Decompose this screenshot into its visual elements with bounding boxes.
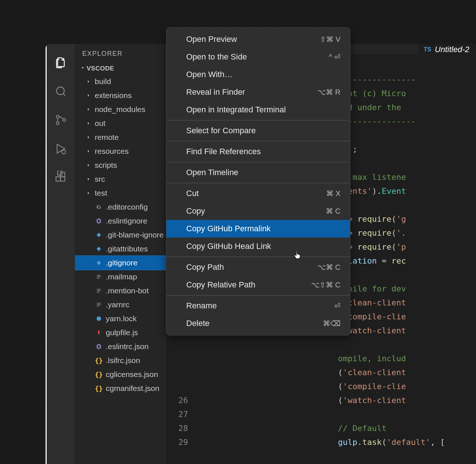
svg-point-0 (57, 87, 64, 95)
menu-item[interactable]: Open in Integrated Terminal (166, 101, 350, 119)
search-activity-icon[interactable] (46, 77, 76, 106)
folder-item[interactable]: out (75, 116, 166, 130)
svg-point-4 (62, 150, 66, 154)
file-type-icon (95, 343, 103, 350)
svg-rect-7 (60, 173, 65, 177)
file-item[interactable]: {}.lsifrc.json (75, 354, 166, 367)
chevron-right-icon (85, 107, 92, 112)
source-control-activity-icon[interactable] (46, 106, 76, 134)
menu-item[interactable]: Delete⌘⌫ (166, 315, 350, 332)
chevron-right-icon (85, 79, 92, 84)
menu-item[interactable]: Open Timeline (166, 164, 350, 181)
sidebar-title: EXPLORER (75, 44, 166, 63)
menu-shortcut: ⌥⌘ R (317, 88, 340, 97)
menu-shortcut: ⌘⌫ (323, 319, 340, 328)
menu-item[interactable]: Find File References (166, 143, 350, 160)
file-item[interactable]: .gitattributes (75, 242, 166, 256)
menu-label: Copy Path (186, 262, 224, 272)
file-label: .gitignore (106, 258, 137, 267)
svg-point-2 (56, 122, 59, 125)
file-item[interactable]: .mailmap (75, 270, 166, 284)
folder-item[interactable]: scripts (75, 158, 166, 172)
file-item[interactable]: .mention-bot (75, 284, 166, 298)
menu-label: Copy GitHub Head Link (186, 242, 271, 251)
file-label: .eslintrc.json (106, 342, 149, 351)
file-label: .mention-bot (106, 286, 149, 295)
file-item[interactable]: {}cglicenses.json (75, 367, 166, 381)
file-item[interactable]: {}cgmanifest.json (75, 381, 166, 395)
menu-item[interactable]: Reveal in Finder⌥⌘ R (166, 83, 350, 101)
menu-shortcut: ^ ⏎ (329, 52, 340, 61)
file-item[interactable]: .eslintrc.json (75, 340, 166, 354)
folder-label: node_modules (95, 105, 145, 114)
file-item[interactable]: .git-blame-ignore (75, 228, 166, 242)
menu-label: Delete (186, 319, 210, 328)
folder-label: remote (95, 133, 119, 142)
folder-item[interactable]: src (75, 172, 166, 186)
folder-label: src (95, 175, 105, 184)
menu-separator (166, 183, 350, 183)
activity-bar (46, 44, 75, 464)
file-item[interactable]: .editorconfig (75, 200, 166, 214)
file-item[interactable]: .yarnrc (75, 298, 166, 312)
svg-point-3 (63, 119, 66, 122)
menu-shortcut: ⌥⌘ C (317, 263, 340, 272)
workspace-section-header[interactable]: VSCODE (75, 63, 166, 75)
run-debug-activity-icon[interactable] (46, 134, 76, 163)
chevron-down-icon (80, 65, 84, 72)
file-label: .editorconfig (106, 203, 148, 211)
menu-item[interactable]: Open to the Side^ ⏎ (166, 48, 350, 66)
file-label: .mailmap (106, 272, 137, 281)
chevron-right-icon (85, 177, 92, 182)
folder-item[interactable]: remote (75, 130, 166, 144)
file-label: .gitattributes (106, 244, 148, 253)
workspace-name: VSCODE (87, 65, 114, 72)
menu-item[interactable]: Select for Compare (166, 122, 350, 139)
menu-item[interactable]: Copy GitHub Permalink (166, 220, 350, 238)
file-type-icon: {} (95, 357, 103, 365)
tab-label: Untitled-2 (435, 45, 469, 54)
svg-rect-6 (60, 177, 65, 181)
file-type-icon (95, 288, 103, 294)
folder-item[interactable]: resources (75, 144, 166, 158)
menu-item[interactable]: Rename⏎ (166, 297, 350, 315)
file-label: cgmanifest.json (106, 384, 159, 393)
menu-label: Open Timeline (186, 168, 238, 177)
menu-item[interactable]: Cut⌘ X (166, 185, 350, 202)
menu-separator (166, 295, 350, 296)
folder-item[interactable]: build (75, 75, 166, 88)
menu-label: Find File References (186, 147, 261, 156)
file-label: .git-blame-ignore (106, 231, 164, 239)
menu-label: Rename (186, 301, 217, 311)
menu-item[interactable]: Open With… (166, 66, 350, 83)
folder-label: scripts (95, 161, 117, 170)
context-menu: Open Preview⇧⌘ VOpen to the Side^ ⏎Open … (166, 27, 350, 336)
file-item[interactable]: gulpfile.js (75, 326, 166, 340)
file-item[interactable]: .eslintignore (75, 214, 166, 228)
extensions-activity-icon[interactable] (46, 163, 76, 192)
menu-separator (166, 162, 350, 162)
menu-item[interactable]: Open Preview⇧⌘ V (166, 30, 350, 48)
folder-item[interactable]: extensions (75, 88, 166, 102)
editor-tab-untitled[interactable]: TS Untitled-2 (418, 44, 476, 54)
file-label: .yarnrc (106, 300, 129, 309)
file-item[interactable]: .gitignore (75, 256, 166, 270)
folder-label: test (95, 189, 107, 197)
folder-item[interactable]: node_modules (75, 102, 166, 116)
menu-item[interactable]: Copy Relative Path⌥⇧⌘ C (166, 276, 350, 294)
menu-item[interactable]: Copy⌘ C (166, 202, 350, 220)
chevron-right-icon (85, 163, 92, 168)
menu-label: Open in Integrated Terminal (186, 105, 286, 115)
menu-item[interactable]: Copy Path⌥⌘ C (166, 258, 350, 276)
menu-separator (166, 120, 350, 120)
explorer-activity-icon[interactable] (46, 48, 76, 77)
menu-item[interactable]: Copy GitHub Head Link (166, 238, 350, 255)
menu-label: Open With… (186, 70, 232, 79)
folder-item[interactable]: test (75, 186, 166, 200)
file-item[interactable]: yarn.lock (75, 312, 166, 326)
file-label: .eslintignore (106, 217, 147, 225)
folder-label: build (95, 77, 111, 86)
menu-label: Select for Compare (186, 126, 256, 135)
svg-point-1 (56, 115, 59, 118)
menu-shortcut: ⌘ C (326, 207, 340, 215)
